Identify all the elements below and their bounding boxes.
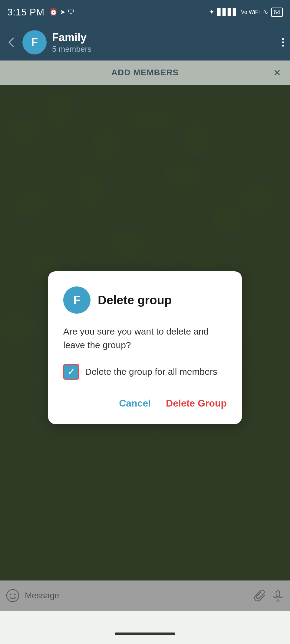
delete-all-members-row[interactable]: ✓ Delete the group for all members bbox=[63, 364, 227, 380]
status-time: 3:15 PM bbox=[7, 7, 44, 18]
dialog-actions: Cancel Delete Group bbox=[63, 395, 227, 412]
more-dot-1 bbox=[282, 38, 284, 40]
add-members-label: ADD MEMBERS bbox=[111, 68, 179, 77]
delete-group-button[interactable]: Delete Group bbox=[166, 395, 227, 412]
status-icons-left: ⏰ ➤ 🛡 bbox=[49, 8, 74, 16]
vowifi-icon: Vo WiFi bbox=[241, 9, 260, 15]
checkmark-icon: ✓ bbox=[67, 367, 75, 377]
battery-indicator: 64 bbox=[271, 8, 283, 17]
status-bar: 3:15 PM ⏰ ➤ 🛡 ✦ ▋▋▋▋ Vo WiFi ∿ 64 bbox=[0, 0, 290, 24]
wifi-icon: ∿ bbox=[263, 8, 268, 16]
back-button[interactable] bbox=[6, 37, 17, 48]
add-members-close-button[interactable]: ✕ bbox=[273, 67, 281, 78]
status-right: ✦ ▋▋▋▋ Vo WiFi ∿ 64 bbox=[209, 8, 283, 17]
group-name: Family bbox=[52, 31, 282, 44]
more-button[interactable] bbox=[282, 38, 284, 47]
add-members-bar: ADD MEMBERS ✕ bbox=[0, 60, 290, 85]
group-avatar: F bbox=[22, 30, 47, 54]
dialog-header: F Delete group bbox=[63, 286, 227, 314]
dialog-overlay: F Delete group Are you sure you want to … bbox=[0, 85, 290, 611]
nav-area bbox=[0, 611, 290, 644]
alarm-icon: ⏰ bbox=[49, 8, 58, 16]
dialog-confirmation-text: Are you sure you want to delete and leav… bbox=[63, 325, 227, 352]
location-icon: ➤ bbox=[60, 8, 65, 16]
delete-all-label: Delete the group for all members bbox=[85, 367, 217, 377]
dialog-avatar: F bbox=[63, 286, 91, 314]
toolbar: F Family 5 members bbox=[0, 24, 290, 60]
shield-icon: 🛡 bbox=[68, 8, 74, 16]
dialog-title: Delete group bbox=[98, 293, 172, 307]
delete-group-dialog: F Delete group Are you sure you want to … bbox=[48, 271, 242, 424]
home-indicator bbox=[115, 633, 175, 635]
delete-all-checkbox[interactable]: ✓ bbox=[63, 364, 79, 380]
group-members-count: 5 members bbox=[52, 44, 282, 54]
more-dot-2 bbox=[282, 41, 284, 43]
status-left: 3:15 PM ⏰ ➤ 🛡 bbox=[7, 7, 74, 18]
battery-level: 64 bbox=[274, 9, 280, 15]
group-info: Family 5 members bbox=[52, 31, 282, 54]
bluetooth-icon: ✦ bbox=[209, 8, 214, 16]
signal-icon: ▋▋▋▋ bbox=[217, 8, 238, 16]
cancel-button[interactable]: Cancel bbox=[119, 395, 151, 412]
more-dot-3 bbox=[282, 45, 284, 47]
